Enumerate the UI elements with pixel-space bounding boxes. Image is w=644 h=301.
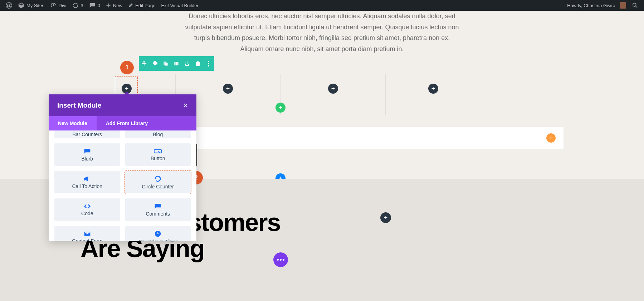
dot-icon xyxy=(277,259,279,261)
search-icon xyxy=(632,2,638,9)
search-toggle[interactable] xyxy=(629,0,641,11)
module-code[interactable]: Code xyxy=(54,198,120,221)
module-label: Code xyxy=(81,211,93,216)
site-label: Divi xyxy=(59,3,67,8)
clock-icon xyxy=(154,230,161,237)
exit-vb-label: Exit Visual Builder xyxy=(161,3,199,8)
module-circle-counter[interactable]: Circle Counter xyxy=(125,171,191,193)
plus-icon xyxy=(106,3,111,8)
howdy-menu[interactable]: Howdy, Christina Gwira xyxy=(564,0,629,11)
blurb-icon xyxy=(84,148,91,154)
svg-point-0 xyxy=(208,61,209,62)
popup-title: Insert Module xyxy=(57,102,102,109)
duplicate-button[interactable] xyxy=(160,56,171,71)
module-label: Comments xyxy=(146,211,170,217)
move-handle[interactable] xyxy=(139,56,150,71)
exit-vb-link[interactable]: Exit Visual Builder xyxy=(158,0,201,11)
comments-count: 0 xyxy=(98,3,100,8)
popup-header: Insert Module × xyxy=(49,94,196,116)
gauge-icon xyxy=(50,2,57,9)
module-list: Bar Counters Blog Blurb Button Call To A… xyxy=(49,130,196,241)
svg-rect-3 xyxy=(154,149,161,153)
my-sites-menu[interactable]: My Sites xyxy=(15,0,47,11)
module-label: Button xyxy=(151,156,165,161)
new-menu[interactable]: New xyxy=(103,0,125,11)
module-blurb[interactable]: Blurb xyxy=(54,143,120,166)
add-module-button[interactable]: + xyxy=(380,212,391,223)
module-label: Circle Counter xyxy=(142,184,174,189)
comments-menu[interactable]: 0 xyxy=(86,0,103,11)
module-contact-form[interactable]: Contact Form xyxy=(54,226,120,241)
wp-logo-menu[interactable] xyxy=(3,0,15,11)
builder-settings-fab[interactable] xyxy=(273,252,288,267)
module-call-to-action[interactable]: Call To Action xyxy=(54,171,120,193)
tab-add-from-library[interactable]: Add From Library xyxy=(97,116,157,130)
dot-icon xyxy=(280,259,282,261)
wordpress-icon xyxy=(6,2,12,9)
button-icon xyxy=(154,148,162,154)
comment-icon xyxy=(89,2,96,9)
updates-menu[interactable]: 3 xyxy=(69,0,86,11)
add-module-button[interactable]: + xyxy=(328,84,338,94)
envelope-icon xyxy=(84,231,91,237)
module-toolbar xyxy=(139,56,214,71)
module-comments[interactable]: Comments xyxy=(125,198,191,221)
add-module-button[interactable]: + xyxy=(223,84,233,94)
column-divider xyxy=(385,74,386,115)
annotation-marker-1: 1 xyxy=(120,61,134,74)
update-icon xyxy=(72,2,79,9)
edit-page-label: Edit Page xyxy=(135,3,155,8)
columns-button[interactable] xyxy=(171,56,182,71)
avatar xyxy=(620,2,626,9)
updates-count: 3 xyxy=(81,3,83,8)
delete-button[interactable] xyxy=(192,56,203,71)
more-button[interactable] xyxy=(203,56,214,71)
comments-icon xyxy=(154,203,161,209)
pencil-icon xyxy=(128,3,133,8)
circle-counter-icon xyxy=(154,175,161,182)
popup-tabs: New Module Add From Library xyxy=(49,116,196,130)
popup-arrow xyxy=(123,92,130,95)
module-label: Countdown Timer xyxy=(138,239,177,241)
tab-new-module[interactable]: New Module xyxy=(49,116,97,130)
svg-point-2 xyxy=(208,65,209,66)
edit-page-link[interactable]: Edit Page xyxy=(125,0,158,11)
power-button[interactable] xyxy=(182,56,192,71)
my-sites-label: My Sites xyxy=(26,3,44,8)
howdy-label: Howdy, Christina Gwira xyxy=(567,3,615,8)
module-label: Blurb xyxy=(81,156,93,162)
module-label: Call To Action xyxy=(72,183,102,189)
insert-module-popup: Insert Module × New Module Add From Libr… xyxy=(49,94,196,241)
add-row-button[interactable]: + xyxy=(275,103,286,113)
add-section-button[interactable]: + xyxy=(546,133,556,143)
megaphone-icon xyxy=(84,176,91,182)
wp-admin-bar: My Sites Divi 3 0 New Edit Page Exit Vis… xyxy=(0,0,644,11)
intro-paragraph: Donec ultricies lobortis eros, nec aucto… xyxy=(175,11,469,54)
new-label: New xyxy=(113,3,122,8)
module-blog[interactable]: Blog xyxy=(125,130,191,138)
svg-point-1 xyxy=(208,63,209,64)
sites-icon xyxy=(18,2,24,9)
module-button[interactable]: Button xyxy=(125,143,191,166)
close-icon[interactable]: × xyxy=(183,101,188,110)
site-menu[interactable]: Divi xyxy=(47,0,69,11)
module-label: Contact Form xyxy=(72,238,102,241)
module-countdown-timer[interactable]: Countdown Timer xyxy=(125,226,191,241)
code-icon xyxy=(83,203,91,209)
module-bar-counters[interactable]: Bar Counters xyxy=(54,130,120,138)
add-module-button[interactable]: + xyxy=(428,84,438,94)
settings-button[interactable] xyxy=(150,56,160,71)
dot-icon xyxy=(283,259,284,261)
